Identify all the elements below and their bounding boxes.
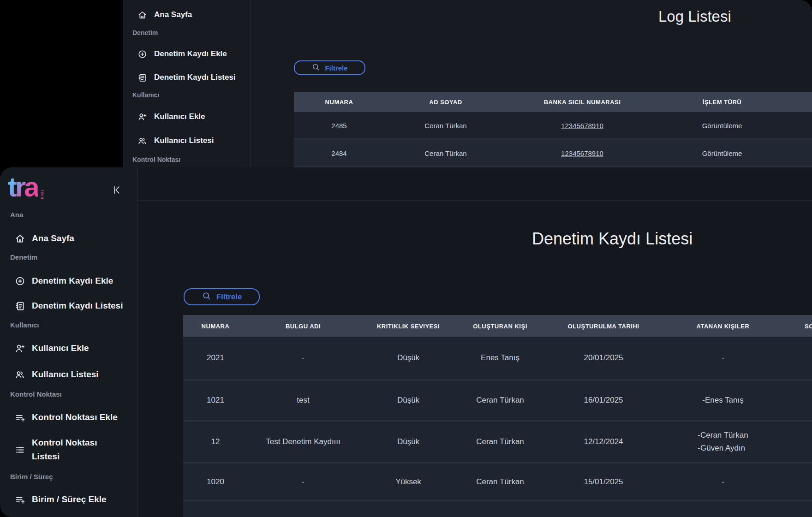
search-icon [311, 63, 320, 71]
table-header: NUMARABULGU ADIKRITIKLIK SEVIYESIOLUŞTUR… [183, 315, 812, 337]
column-header-banka-sicil-numarasi: BANKA SICIL NUMARASI [544, 99, 621, 106]
sidebar-section-kontrol-noktasi: Kontrol Noktası [132, 156, 180, 163]
table-row[interactable] [183, 501, 812, 517]
sidebar-item-denetim-kaydi-listesi[interactable]: Denetim Kaydı Listesi [137, 68, 236, 87]
sidebar-item-denetim-kaydi-ekle[interactable]: Denetim Kaydı Ekle [137, 44, 227, 64]
sidebar-collapse-button[interactable] [111, 184, 122, 197]
home-icon [15, 233, 25, 244]
sidebar-item-label: Ana Sayfa [154, 10, 192, 20]
sidebar-item-label: Kullanıcı Ekle [154, 112, 205, 122]
column-header-so: SO [805, 322, 812, 329]
column-header-atanan-kisiler: ATANAN KIŞILER [697, 322, 750, 329]
cell-numara: 1020 [207, 477, 224, 487]
cell-banka-sicil-numarasi[interactable]: 12345678910 [561, 121, 603, 129]
cell-i-slem-turu: Görüntüleme [702, 149, 742, 157]
sidebar-item-ana-sayfa[interactable]: Ana Sayfa [137, 5, 192, 24]
sidebar-item-label: Denetim Kaydı Listesi [32, 299, 123, 313]
sidebar-item-label: Denetim Kaydı Ekle [32, 274, 113, 288]
column-header-bulgu-adi: BULGU ADI [286, 322, 321, 329]
cell-olusturulma-tarihi: 16/01/2025 [584, 396, 623, 405]
logo-subtext: TECH [41, 190, 44, 199]
cell-numara: 1021 [207, 396, 224, 405]
sidebar-item-kullanici-listesi[interactable]: Kullanıcı Listesi [15, 365, 99, 384]
sidebar-section-kontrol-noktasi: Kontrol Noktası [10, 390, 62, 398]
cell-banka-sicil-numarasi[interactable]: 12345678910 [561, 149, 603, 157]
users-icon [137, 136, 147, 146]
list-icon [15, 445, 25, 455]
cell-kritiklik-seviyesi: Düşük [397, 437, 419, 446]
notebook-icon [15, 301, 25, 311]
sidebar-item-label: Denetim Kaydı Ekle [154, 49, 227, 59]
sidebar-item-label: Ana Sayfa [32, 232, 74, 245]
search-icon [202, 291, 211, 301]
sidebar-item-label: Kontrol Noktası Ekle [32, 410, 118, 424]
log-list-panel: Ana SayfaDenetimDenetim Kaydı EkleDeneti… [123, 0, 812, 167]
collapse-icon [111, 184, 122, 196]
filter-button-label: Filtrele [216, 292, 242, 302]
table-header: NUMARAAD SOYADBANKA SICIL NUMARASIİŞLEM … [294, 92, 812, 112]
column-header-numara: NUMARA [325, 99, 353, 106]
column-header-numara: NUMARA [202, 322, 230, 329]
sidebar-section-ana: Ana [10, 211, 23, 219]
table-row[interactable]: 1021testDüşükCeran Türkan16/01/2025-Enes… [183, 380, 812, 420]
cell-numara: 2021 [207, 353, 224, 362]
cell-olusturan-kisi: Ceran Türkan [476, 477, 524, 487]
page-title: Log Listesi [658, 8, 731, 25]
column-header-ad-soyad: AD SOYAD [429, 99, 462, 106]
table-row[interactable]: 12Test Denetim KaydııııDüşükCeran Türkan… [183, 422, 812, 462]
users-icon [15, 369, 25, 380]
cell-atanan-kisiler: -Ceran Türkan-Güven Aydın [698, 429, 748, 455]
filter-button[interactable]: Filtrele [294, 60, 365, 75]
sidebar-divider [137, 167, 138, 517]
column-header-kritiklik-seviyesi: KRITIKLIK SEVIYESI [377, 322, 440, 329]
page-title: Denetim Kaydı Listesi [532, 229, 693, 249]
sidebar-item-kullanici-listesi[interactable]: Kullanıcı Listesi [137, 131, 214, 150]
sidebar-item-kullanici-ekle[interactable]: Kullanıcı Ekle [15, 339, 89, 358]
cell-ad-soyad: Ceran Türkan [424, 149, 466, 157]
cell-kritiklik-seviyesi: Yüksek [395, 477, 421, 487]
sidebar-item-kullanici-ekle[interactable]: Kullanıcı Ekle [137, 107, 205, 126]
sidebar-item-label: Kontrol NoktasıListesi [32, 436, 97, 464]
cell-kritiklik-seviyesi: Düşük [397, 396, 419, 405]
sidebar-item-denetim-kaydi-listesi[interactable]: Denetim Kaydı Listesi [15, 296, 123, 315]
list-add-icon [15, 494, 25, 505]
cell-olusturan-kisi: Ceran Türkan [476, 437, 524, 446]
sidebar-item-birim-surec-ekle[interactable]: Birim / Süreç Ekle [15, 490, 107, 509]
cell-bulgu-adi: - [302, 477, 304, 487]
sidebar-section-birim-surec: Birim / Süreç [10, 473, 53, 481]
cell-bulgu-adi: - [302, 353, 304, 362]
home-icon [137, 10, 147, 20]
sidebar-item-denetim-kaydi-ekle[interactable]: Denetim Kaydı Ekle [15, 271, 113, 291]
sidebar-item-kontrol-noktasi-ekle[interactable]: Kontrol Noktası Ekle [15, 408, 118, 427]
cell-atanan-kisiler: - [722, 351, 724, 364]
sidebar-item-label: Kullanıcı Ekle [32, 341, 89, 355]
column-header-olusturulma-tarihi: OLUŞTURULMA TARIHI [568, 322, 639, 329]
topbar-divider [138, 200, 812, 201]
sidebar-item-label: Kullanıcı Listesi [32, 368, 99, 381]
cell-ad-soyad: Ceran Türkan [424, 121, 466, 129]
sidebar-divider [251, 0, 251, 167]
table-row[interactable]: 2484Ceran Türkan12345678910Görüntüleme [294, 140, 812, 166]
table-row[interactable]: 1020-YüksekCeran Türkan15/01/2025- [183, 464, 812, 500]
plus-circle-icon [137, 49, 147, 59]
logo: tra [8, 167, 38, 207]
cell-atanan-kisiler: -Enes Tanış [702, 394, 743, 407]
sidebar-item-label: Birim / Süreç Ekle [32, 493, 107, 506]
cell-numara: 12 [211, 437, 220, 446]
cell-olusturan-kisi: Enes Tanış [481, 353, 519, 362]
filter-button[interactable]: Filtrele [184, 288, 260, 305]
sidebar-item-kontrol-noktasi-listesi[interactable]: Kontrol NoktasıListesi [15, 435, 97, 464]
sidebar-item-ana-sayfa[interactable]: Ana Sayfa [15, 229, 74, 248]
filter-button-label: Filtrele [325, 64, 347, 72]
table-row[interactable]: 2021-DüşükEnes Tanış20/01/2025- [183, 337, 812, 379]
screen: Ana SayfaDenetimDenetim Kaydı EkleDeneti… [0, 0, 812, 517]
cell-bulgu-adi: Test Denetim Kaydıııı [266, 437, 340, 446]
sidebar-section-denetim: Denetim [10, 253, 37, 261]
cell-bulgu-adi: test [297, 396, 309, 405]
main-window: tra AnaAna SayfaDenetimDenetim Kaydı Ekl… [0, 167, 812, 517]
cell-atanan-kisiler: - [722, 475, 724, 488]
table-row[interactable]: 2485Ceran Türkan12345678910Görüntüleme [294, 112, 812, 138]
list-add-icon [15, 412, 25, 423]
user-plus-icon [15, 343, 25, 354]
cell-numara: 2484 [331, 149, 346, 157]
